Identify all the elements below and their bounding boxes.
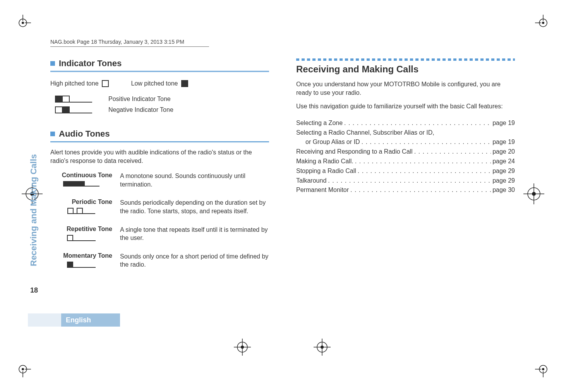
low-pitched-label: Low pitched tone: [131, 80, 178, 87]
negative-indicator-icon: [55, 106, 92, 113]
svg-point-23: [532, 192, 536, 196]
toc-page: page 24: [492, 157, 515, 166]
positive-indicator-icon: [55, 96, 92, 103]
svg-point-15: [542, 368, 544, 370]
svg-point-3: [22, 22, 24, 24]
regmark-right: [523, 183, 544, 206]
tone-label: Momentary Tone: [50, 252, 112, 259]
tone-desc: A single tone that repeats itself until …: [120, 226, 269, 242]
toc-dots: [344, 118, 491, 128]
tone-desc: Sounds only once for a short period of t…: [120, 252, 269, 269]
toc-row: Receiving and Responding to a Radio Call…: [296, 147, 515, 157]
toc-row: Selecting a Zone page 19: [296, 118, 515, 128]
toc-row: Making a Radio Call. page 24: [296, 157, 515, 166]
tone-legend: High pitched tone Low pitched tone: [50, 80, 269, 87]
toc-page: page 29: [492, 166, 515, 176]
toc-row-multiline: Selecting a Radio Channel, Subscriber Al…: [296, 128, 515, 147]
indicator-tones-heading: Indicator Tones: [59, 58, 122, 68]
toc-label: Selecting a Zone: [296, 118, 343, 128]
toc-page: page 19: [492, 137, 515, 147]
toc-label: Receiving and Responding to a Radio Call: [296, 147, 413, 157]
cropmark-top-left: [15, 15, 31, 31]
sidebar-section-title: Receiving and Making Calls: [29, 127, 39, 266]
dashed-rule: [296, 58, 515, 61]
audio-tones-section: Audio Tones Alert tones provide you with…: [50, 129, 269, 269]
toc-dots: [362, 137, 491, 147]
toc: Selecting a Zone page 19 Selecting a Rad…: [296, 118, 515, 195]
tone-desc: Sounds periodically depending on the dur…: [120, 199, 269, 215]
section-bullet-icon: [50, 132, 55, 136]
toc-label: Selecting a Radio Channel, Subscriber Al…: [296, 128, 515, 138]
periodic-tone-icon: [67, 208, 95, 214]
low-pitched-icon: [181, 80, 188, 87]
toc-dots: [328, 176, 491, 186]
toc-label: Permanent Monitor: [296, 185, 349, 195]
tone-row-continuous: Continuous Tone A monotone sound. Sounds…: [50, 172, 269, 188]
toc-dots: [355, 157, 491, 166]
positive-indicator-label: Positive Indicator Tone: [108, 96, 171, 103]
toc-row: Stopping a Radio Call page 29: [296, 166, 515, 176]
svg-point-31: [321, 346, 324, 349]
audio-tones-table: Continuous Tone A monotone sound. Sounds…: [50, 172, 269, 269]
cropmark-bottom-left: [15, 361, 31, 377]
high-pitched-label: High pitched tone: [50, 80, 99, 87]
negative-indicator-label: Negative Indicator Tone: [108, 106, 173, 113]
section-intro-2: Use this navigation guide to familiarize…: [296, 102, 515, 111]
toc-label: Stopping a Radio Call: [296, 166, 356, 176]
running-header: NAG.book Page 18 Thursday, January 3, 20…: [50, 39, 515, 45]
toc-page: page 20: [492, 147, 515, 157]
toc-dots: [350, 185, 491, 195]
cropmark-top-right: [535, 15, 551, 31]
toc-label: Making a Radio Call.: [296, 157, 353, 166]
section-bullet-icon: [50, 61, 55, 66]
regmark-bottom-left: [234, 339, 251, 357]
toc-page: page 19: [492, 118, 515, 128]
section-rule: [50, 141, 269, 143]
toc-sublabel: or Group Alias or ID: [305, 137, 360, 147]
toc-dots: [414, 147, 491, 157]
toc-page: page 29: [492, 176, 515, 186]
toc-row: Permanent Monitor page 30: [296, 185, 515, 195]
page-number: 18: [28, 286, 40, 294]
tone-desc: A monotone sound. Sounds continuously un…: [120, 172, 269, 188]
tone-row-momentary: Momentary Tone Sounds only once for a sh…: [50, 252, 269, 269]
continuous-tone-icon: [63, 181, 99, 187]
toc-dots: [358, 166, 491, 176]
sidebar: Receiving and Making Calls: [29, 127, 39, 289]
toc-page: page 30: [492, 185, 515, 195]
tone-label: Continuous Tone: [50, 172, 112, 179]
svg-point-7: [542, 22, 544, 24]
momentary-tone-icon: [67, 262, 96, 268]
svg-point-11: [22, 368, 24, 370]
indicator-tones-section: Indicator Tones High pitched tone Low pi…: [50, 58, 269, 113]
header-rule: [50, 46, 209, 47]
section-intro-1: Once you understand how your MOTOTRBO Mo…: [296, 80, 515, 97]
tone-label: Periodic Tone: [50, 199, 112, 205]
svg-point-27: [241, 346, 244, 349]
cropmark-bottom-right: [535, 361, 551, 377]
tone-row-repetitive: Repetitive Tone A single tone that repea…: [50, 226, 269, 242]
audio-tones-heading: Audio Tones: [59, 129, 110, 139]
section-title: Receiving and Making Calls: [296, 64, 515, 75]
tone-label: Repetitive Tone: [50, 226, 112, 233]
right-column: Receiving and Making Calls Once you unde…: [296, 58, 515, 279]
tone-row-periodic: Periodic Tone Sounds periodically depend…: [50, 199, 269, 215]
toc-row: Talkaround page 29: [296, 176, 515, 186]
toc-label: Talkaround: [296, 176, 326, 186]
audio-tones-intro: Alert tones provide you with audible ind…: [50, 148, 269, 165]
left-column: Indicator Tones High pitched tone Low pi…: [50, 58, 269, 279]
repetitive-tone-icon: [67, 235, 96, 241]
high-pitched-icon: [102, 80, 109, 87]
regmark-bottom-right: [314, 339, 331, 357]
section-rule: [50, 71, 269, 72]
